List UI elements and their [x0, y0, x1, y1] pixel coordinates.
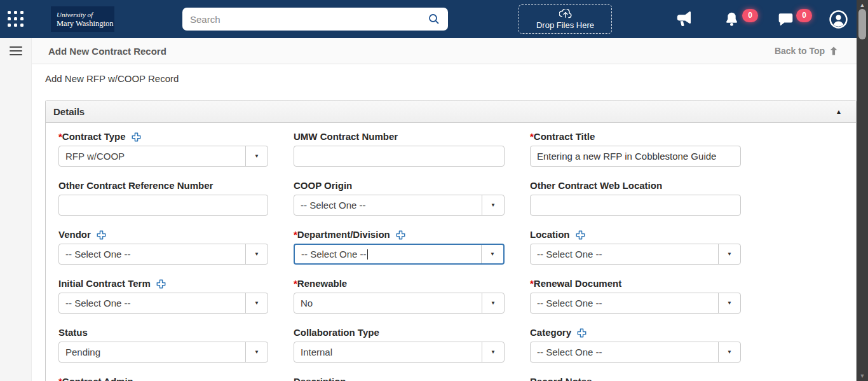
- account-button[interactable]: [829, 10, 848, 29]
- chevron-down-icon[interactable]: ▼: [245, 342, 268, 362]
- other-contract-web-location-label: Other Contract Web Location: [530, 180, 741, 191]
- department-division-label: *Department/Division: [294, 229, 505, 240]
- details-panel: Details ▲ *Contract Type RFP w/COOP ▼: [45, 100, 857, 381]
- umw-contract-number-input[interactable]: [294, 146, 505, 167]
- field-department-division: *Department/Division -- Select One -- ▼: [294, 229, 505, 265]
- megaphone-icon: [674, 10, 695, 29]
- initial-contract-term-select[interactable]: -- Select One -- ▼: [58, 293, 268, 314]
- content-area: Add New Contract Record Back to Top Add …: [32, 38, 857, 381]
- university-logo[interactable]: University of Mary Washington: [51, 6, 114, 32]
- add-department-division-icon[interactable]: [396, 230, 405, 242]
- coop-origin-label: COOP Origin: [294, 180, 505, 191]
- renewable-label: *Renewable: [294, 278, 505, 289]
- record-subtitle: Add New RFP w/COOP Record: [32, 64, 857, 85]
- field-description: Description: [294, 376, 505, 381]
- drop-files-label: Drop Files Here: [536, 20, 594, 30]
- field-renewal-document: *Renewal Document -- Select One -- ▼: [530, 278, 741, 314]
- apps-grid-icon[interactable]: [8, 11, 24, 27]
- logo-line1: University of: [57, 11, 114, 19]
- location-select[interactable]: -- Select One -- ▼: [530, 244, 741, 265]
- bell-icon: [723, 11, 740, 28]
- chevron-down-icon[interactable]: ▼: [718, 293, 740, 313]
- details-panel-header[interactable]: Details ▲: [46, 100, 856, 123]
- contract-type-select[interactable]: RFP w/COOP ▼: [58, 146, 268, 167]
- field-umw-contract-number: UMW Contract Number: [294, 131, 505, 167]
- location-label: Location: [530, 229, 741, 240]
- chevron-down-icon[interactable]: ▼: [718, 244, 740, 264]
- description-label: Description: [294, 376, 505, 381]
- renewable-select[interactable]: No ▼: [294, 293, 505, 314]
- field-vendor: Vendor -- Select One -- ▼: [58, 229, 268, 265]
- add-initial-contract-term-icon[interactable]: [156, 279, 166, 291]
- top-navbar: University of Mary Washington Drop Files: [0, 0, 857, 38]
- renewal-document-select[interactable]: -- Select One -- ▼: [530, 293, 741, 314]
- chevron-down-icon[interactable]: ▼: [481, 245, 503, 263]
- user-avatar-icon: [829, 10, 848, 29]
- page-title: Add New Contract Record: [48, 46, 166, 57]
- chevron-down-icon[interactable]: ▼: [245, 293, 268, 313]
- contract-type-label: *Contract Type: [58, 131, 268, 142]
- chevron-down-icon[interactable]: ▼: [718, 342, 740, 362]
- other-contract-reference-number-input[interactable]: [58, 195, 268, 216]
- status-label: Status: [58, 327, 268, 338]
- field-renewable: *Renewable No ▼: [294, 278, 505, 314]
- field-status: Status Pending ▼: [58, 327, 268, 363]
- add-vendor-icon[interactable]: [97, 230, 106, 242]
- field-other-contract-web-location: Other Contract Web Location: [530, 180, 741, 216]
- contract-title-label: *Contract Title: [530, 131, 741, 142]
- page: University of Mary Washington Drop Files: [0, 0, 857, 381]
- status-select[interactable]: Pending ▼: [58, 342, 268, 363]
- collapse-caret-icon[interactable]: ▲: [836, 108, 842, 115]
- chat-bubble-icon: [777, 11, 794, 27]
- left-sidebar-strip: [0, 38, 32, 381]
- contract-admin-label: *Contract Admin: [58, 376, 268, 381]
- notifications-button[interactable]: 0: [723, 11, 758, 28]
- back-to-top-link[interactable]: Back to Top: [775, 46, 839, 56]
- field-contract-admin: *Contract Admin: [58, 376, 268, 381]
- chevron-down-icon[interactable]: ▼: [245, 146, 268, 166]
- field-collaboration-type: Collaboration Type Internal ▼: [294, 327, 505, 363]
- page-scrollbar[interactable]: ▲ ▼: [857, 0, 868, 381]
- search-icon[interactable]: [428, 13, 440, 25]
- messages-badge: 0: [796, 9, 812, 22]
- field-record-notes: Record Notes: [530, 376, 741, 381]
- chevron-down-icon[interactable]: ▼: [482, 342, 504, 362]
- category-select[interactable]: -- Select One -- ▼: [530, 342, 741, 363]
- field-contract-type: *Contract Type RFP w/COOP ▼: [58, 131, 268, 167]
- record-notes-label: Record Notes: [530, 376, 741, 381]
- chevron-down-icon[interactable]: ▼: [482, 293, 504, 313]
- chevron-down-icon[interactable]: ▼: [482, 195, 504, 215]
- other-contract-web-location-input[interactable]: [530, 195, 741, 216]
- menu-hamburger-icon[interactable]: [10, 46, 22, 55]
- messages-button[interactable]: 0: [777, 11, 812, 27]
- notifications-badge: 0: [742, 9, 758, 22]
- add-category-icon[interactable]: [577, 328, 587, 340]
- scroll-down-arrow-icon[interactable]: ▼: [857, 373, 868, 379]
- search-input[interactable]: [190, 14, 428, 25]
- field-other-contract-reference-number: Other Contract Reference Number: [58, 180, 268, 216]
- category-label: Category: [530, 327, 741, 338]
- field-location: Location -- Select One -- ▼: [530, 229, 741, 265]
- logo-line2: Mary Washington: [57, 19, 114, 28]
- global-search: [182, 8, 448, 31]
- upload-cloud-icon: [559, 9, 572, 20]
- drop-files-zone[interactable]: Drop Files Here: [519, 4, 612, 34]
- arrow-up-icon: [829, 46, 839, 56]
- field-initial-contract-term: Initial Contract Term -- Select One -- ▼: [58, 278, 268, 314]
- details-form-grid: *Contract Type RFP w/COOP ▼ UMW Contract…: [46, 123, 856, 381]
- collaboration-type-select[interactable]: Internal ▼: [294, 342, 505, 363]
- add-contract-type-icon[interactable]: [132, 132, 141, 144]
- chevron-down-icon[interactable]: ▼: [245, 244, 268, 264]
- renewal-document-label: *Renewal Document: [530, 278, 741, 289]
- announcements-button[interactable]: [674, 10, 695, 29]
- coop-origin-select[interactable]: -- Select One -- ▼: [294, 195, 505, 216]
- department-division-select[interactable]: -- Select One -- ▼: [294, 244, 505, 265]
- field-category: Category -- Select One -- ▼: [530, 327, 741, 363]
- vendor-select[interactable]: -- Select One -- ▼: [58, 244, 268, 265]
- add-location-icon[interactable]: [576, 230, 585, 242]
- scrollbar-thumb[interactable]: [858, 9, 866, 39]
- contract-title-input[interactable]: [530, 146, 741, 167]
- scroll-up-arrow-icon[interactable]: ▲: [857, 2, 868, 8]
- collaboration-type-label: Collaboration Type: [294, 327, 505, 338]
- initial-contract-term-label: Initial Contract Term: [58, 278, 268, 289]
